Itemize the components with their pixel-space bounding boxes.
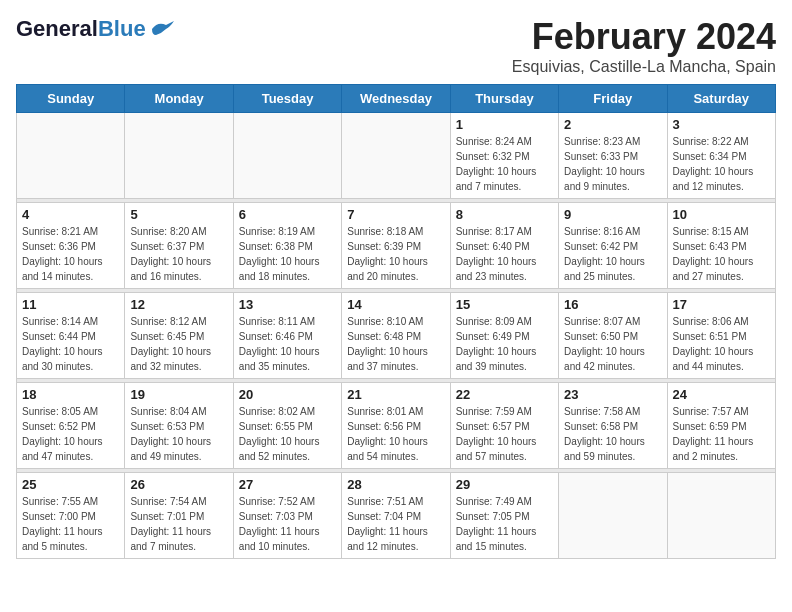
logo-blue: Blue (98, 16, 146, 42)
day-info: Sunrise: 8:16 AM Sunset: 6:42 PM Dayligh… (564, 224, 661, 284)
calendar-cell: 7Sunrise: 8:18 AM Sunset: 6:39 PM Daylig… (342, 203, 450, 289)
calendar-cell (125, 113, 233, 199)
weekday-header-tuesday: Tuesday (233, 85, 341, 113)
calendar-cell: 28Sunrise: 7:51 AM Sunset: 7:04 PM Dayli… (342, 473, 450, 559)
calendar-cell: 21Sunrise: 8:01 AM Sunset: 6:56 PM Dayli… (342, 383, 450, 469)
day-info: Sunrise: 8:22 AM Sunset: 6:34 PM Dayligh… (673, 134, 770, 194)
day-number: 5 (130, 207, 227, 222)
day-number: 7 (347, 207, 444, 222)
month-title: February 2024 (512, 16, 776, 58)
day-info: Sunrise: 8:17 AM Sunset: 6:40 PM Dayligh… (456, 224, 553, 284)
day-info: Sunrise: 8:14 AM Sunset: 6:44 PM Dayligh… (22, 314, 119, 374)
day-number: 9 (564, 207, 661, 222)
calendar-cell: 9Sunrise: 8:16 AM Sunset: 6:42 PM Daylig… (559, 203, 667, 289)
weekday-header-monday: Monday (125, 85, 233, 113)
day-info: Sunrise: 7:51 AM Sunset: 7:04 PM Dayligh… (347, 494, 444, 554)
day-number: 18 (22, 387, 119, 402)
day-info: Sunrise: 7:49 AM Sunset: 7:05 PM Dayligh… (456, 494, 553, 554)
calendar-cell: 13Sunrise: 8:11 AM Sunset: 6:46 PM Dayli… (233, 293, 341, 379)
day-info: Sunrise: 8:19 AM Sunset: 6:38 PM Dayligh… (239, 224, 336, 284)
day-number: 11 (22, 297, 119, 312)
calendar-cell: 6Sunrise: 8:19 AM Sunset: 6:38 PM Daylig… (233, 203, 341, 289)
calendar-cell: 10Sunrise: 8:15 AM Sunset: 6:43 PM Dayli… (667, 203, 775, 289)
day-info: Sunrise: 8:01 AM Sunset: 6:56 PM Dayligh… (347, 404, 444, 464)
day-info: Sunrise: 8:05 AM Sunset: 6:52 PM Dayligh… (22, 404, 119, 464)
calendar-cell (667, 473, 775, 559)
day-number: 13 (239, 297, 336, 312)
calendar-cell (559, 473, 667, 559)
calendar-cell: 20Sunrise: 8:02 AM Sunset: 6:55 PM Dayli… (233, 383, 341, 469)
calendar-cell: 4Sunrise: 8:21 AM Sunset: 6:36 PM Daylig… (17, 203, 125, 289)
day-number: 23 (564, 387, 661, 402)
day-number: 28 (347, 477, 444, 492)
location: Esquivias, Castille-La Mancha, Spain (512, 58, 776, 76)
calendar-cell: 17Sunrise: 8:06 AM Sunset: 6:51 PM Dayli… (667, 293, 775, 379)
day-number: 19 (130, 387, 227, 402)
calendar-cell: 12Sunrise: 8:12 AM Sunset: 6:45 PM Dayli… (125, 293, 233, 379)
title-section: February 2024 Esquivias, Castille-La Man… (512, 16, 776, 76)
day-number: 2 (564, 117, 661, 132)
day-info: Sunrise: 8:02 AM Sunset: 6:55 PM Dayligh… (239, 404, 336, 464)
weekday-header-sunday: Sunday (17, 85, 125, 113)
day-number: 8 (456, 207, 553, 222)
day-info: Sunrise: 8:10 AM Sunset: 6:48 PM Dayligh… (347, 314, 444, 374)
day-info: Sunrise: 8:20 AM Sunset: 6:37 PM Dayligh… (130, 224, 227, 284)
calendar-cell (233, 113, 341, 199)
calendar-cell: 8Sunrise: 8:17 AM Sunset: 6:40 PM Daylig… (450, 203, 558, 289)
day-info: Sunrise: 7:55 AM Sunset: 7:00 PM Dayligh… (22, 494, 119, 554)
page-header: General Blue February 2024 Esquivias, Ca… (16, 16, 776, 76)
day-number: 1 (456, 117, 553, 132)
day-number: 12 (130, 297, 227, 312)
day-info: Sunrise: 7:58 AM Sunset: 6:58 PM Dayligh… (564, 404, 661, 464)
calendar-cell: 2Sunrise: 8:23 AM Sunset: 6:33 PM Daylig… (559, 113, 667, 199)
calendar-cell: 25Sunrise: 7:55 AM Sunset: 7:00 PM Dayli… (17, 473, 125, 559)
day-number: 20 (239, 387, 336, 402)
day-number: 14 (347, 297, 444, 312)
day-info: Sunrise: 8:09 AM Sunset: 6:49 PM Dayligh… (456, 314, 553, 374)
calendar-cell (342, 113, 450, 199)
day-number: 10 (673, 207, 770, 222)
weekday-header-friday: Friday (559, 85, 667, 113)
calendar-cell (17, 113, 125, 199)
weekday-header-row: SundayMondayTuesdayWednesdayThursdayFrid… (17, 85, 776, 113)
calendar-cell: 26Sunrise: 7:54 AM Sunset: 7:01 PM Dayli… (125, 473, 233, 559)
day-info: Sunrise: 8:12 AM Sunset: 6:45 PM Dayligh… (130, 314, 227, 374)
calendar-cell: 1Sunrise: 8:24 AM Sunset: 6:32 PM Daylig… (450, 113, 558, 199)
day-info: Sunrise: 8:11 AM Sunset: 6:46 PM Dayligh… (239, 314, 336, 374)
day-info: Sunrise: 8:15 AM Sunset: 6:43 PM Dayligh… (673, 224, 770, 284)
weekday-header-saturday: Saturday (667, 85, 775, 113)
calendar-cell: 15Sunrise: 8:09 AM Sunset: 6:49 PM Dayli… (450, 293, 558, 379)
calendar-table: SundayMondayTuesdayWednesdayThursdayFrid… (16, 84, 776, 559)
calendar-week-2: 4Sunrise: 8:21 AM Sunset: 6:36 PM Daylig… (17, 203, 776, 289)
calendar-cell: 29Sunrise: 7:49 AM Sunset: 7:05 PM Dayli… (450, 473, 558, 559)
day-number: 27 (239, 477, 336, 492)
day-number: 3 (673, 117, 770, 132)
calendar-cell: 11Sunrise: 8:14 AM Sunset: 6:44 PM Dayli… (17, 293, 125, 379)
calendar-cell: 18Sunrise: 8:05 AM Sunset: 6:52 PM Dayli… (17, 383, 125, 469)
calendar-cell: 24Sunrise: 7:57 AM Sunset: 6:59 PM Dayli… (667, 383, 775, 469)
logo-general: General (16, 16, 98, 42)
day-info: Sunrise: 8:18 AM Sunset: 6:39 PM Dayligh… (347, 224, 444, 284)
calendar-cell: 23Sunrise: 7:58 AM Sunset: 6:58 PM Dayli… (559, 383, 667, 469)
day-info: Sunrise: 8:23 AM Sunset: 6:33 PM Dayligh… (564, 134, 661, 194)
calendar-cell: 19Sunrise: 8:04 AM Sunset: 6:53 PM Dayli… (125, 383, 233, 469)
calendar-cell: 5Sunrise: 8:20 AM Sunset: 6:37 PM Daylig… (125, 203, 233, 289)
day-info: Sunrise: 7:57 AM Sunset: 6:59 PM Dayligh… (673, 404, 770, 464)
day-number: 29 (456, 477, 553, 492)
day-info: Sunrise: 7:59 AM Sunset: 6:57 PM Dayligh… (456, 404, 553, 464)
day-info: Sunrise: 8:21 AM Sunset: 6:36 PM Dayligh… (22, 224, 119, 284)
day-info: Sunrise: 8:04 AM Sunset: 6:53 PM Dayligh… (130, 404, 227, 464)
calendar-week-1: 1Sunrise: 8:24 AM Sunset: 6:32 PM Daylig… (17, 113, 776, 199)
day-number: 16 (564, 297, 661, 312)
calendar-cell: 27Sunrise: 7:52 AM Sunset: 7:03 PM Dayli… (233, 473, 341, 559)
day-number: 21 (347, 387, 444, 402)
day-info: Sunrise: 8:24 AM Sunset: 6:32 PM Dayligh… (456, 134, 553, 194)
logo-bird-icon (148, 19, 176, 39)
day-number: 22 (456, 387, 553, 402)
calendar-week-4: 18Sunrise: 8:05 AM Sunset: 6:52 PM Dayli… (17, 383, 776, 469)
calendar-cell: 16Sunrise: 8:07 AM Sunset: 6:50 PM Dayli… (559, 293, 667, 379)
calendar-cell: 14Sunrise: 8:10 AM Sunset: 6:48 PM Dayli… (342, 293, 450, 379)
day-info: Sunrise: 7:54 AM Sunset: 7:01 PM Dayligh… (130, 494, 227, 554)
day-info: Sunrise: 7:52 AM Sunset: 7:03 PM Dayligh… (239, 494, 336, 554)
day-number: 25 (22, 477, 119, 492)
